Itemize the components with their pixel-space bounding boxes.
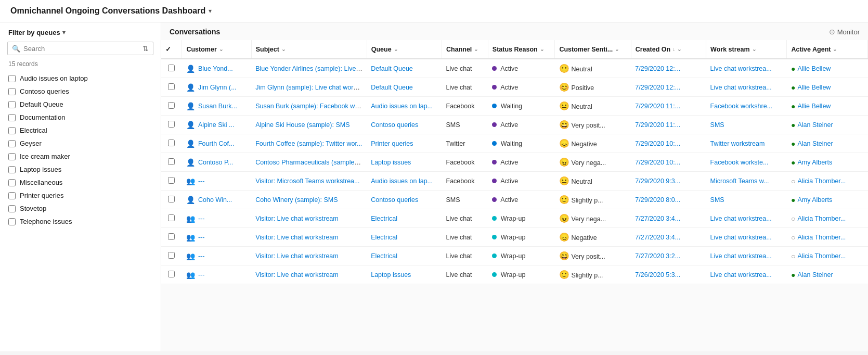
queue-checkbox[interactable]: [8, 205, 16, 212]
queue-link[interactable]: Default Queue: [371, 65, 413, 72]
customer-name[interactable]: Susan Burk...: [198, 103, 237, 110]
title-chevron-icon[interactable]: ▾: [209, 7, 212, 15]
workstream-link[interactable]: Twitter workstream: [710, 140, 765, 147]
customer-name[interactable]: Jim Glynn (...: [198, 84, 237, 91]
subject-link[interactable]: Visitor: Microsoft Teams workstrea...: [255, 178, 359, 185]
queue-link[interactable]: Contoso queries: [371, 121, 418, 129]
agent-name[interactable]: Allie Bellew: [797, 84, 831, 91]
th-workstream[interactable]: Work stream ⌄: [706, 40, 787, 59]
queue-checkbox[interactable]: [8, 166, 16, 173]
queue-checkbox[interactable]: [8, 114, 16, 121]
workstream-link[interactable]: Microsoft Teams w...: [710, 178, 769, 185]
th-customer[interactable]: Customer ⌄: [182, 40, 251, 59]
queue-link[interactable]: Printer queries: [371, 140, 413, 147]
workstream-link[interactable]: Live chat workstrea...: [710, 215, 772, 222]
queue-link[interactable]: Electrical: [371, 234, 397, 241]
subject-link[interactable]: Blue Yonder Airlines (sample): Live c...: [255, 65, 366, 72]
workstream-link[interactable]: Facebook workste...: [710, 159, 769, 166]
subject-link[interactable]: Visitor: Live chat workstream: [255, 234, 339, 241]
queue-link[interactable]: Laptop issues: [371, 159, 411, 166]
agent-name[interactable]: Allie Bellew: [797, 103, 831, 110]
queue-link[interactable]: Audio issues on lap...: [371, 178, 433, 185]
customer-name[interactable]: Alpine Ski ...: [198, 121, 234, 129]
row-checkbox[interactable]: [168, 233, 175, 240]
row-checkbox[interactable]: [168, 65, 175, 71]
agent-name[interactable]: Alicia Thomber...: [797, 215, 846, 222]
customer-name[interactable]: ---: [198, 271, 205, 278]
subject-link[interactable]: Visitor: Live chat workstream: [255, 271, 339, 278]
queue-item[interactable]: Contoso queries: [8, 85, 152, 98]
agent-name[interactable]: Alicia Thomber...: [797, 252, 846, 260]
queue-checkbox[interactable]: [8, 218, 16, 225]
workstream-link[interactable]: Live chat workstrea...: [710, 84, 772, 91]
row-checkbox[interactable]: [168, 214, 175, 221]
customer-name[interactable]: Fourth Cof...: [198, 140, 234, 147]
customer-name[interactable]: ---: [198, 252, 205, 260]
agent-name[interactable]: Amy Alberts: [797, 159, 832, 166]
queue-item[interactable]: Stovetop: [8, 202, 152, 215]
th-queue[interactable]: Queue ⌄: [367, 40, 442, 59]
row-checkbox[interactable]: [168, 158, 175, 165]
customer-name[interactable]: Coho Win...: [198, 196, 232, 204]
agent-name[interactable]: Alicia Thomber...: [797, 178, 846, 185]
row-checkbox[interactable]: [168, 102, 175, 109]
workstream-link[interactable]: SMS: [710, 121, 724, 129]
queue-item[interactable]: Default Queue: [8, 98, 152, 111]
th-customer-sentiment[interactable]: Customer Senti... ⌄: [555, 40, 631, 59]
agent-name[interactable]: Alan Steiner: [797, 140, 833, 147]
queue-item[interactable]: Laptop issues: [8, 163, 152, 176]
customer-name[interactable]: ---: [198, 215, 205, 222]
createdon-link[interactable]: 7/29/2020 9:3...: [635, 178, 680, 185]
createdon-link[interactable]: 7/29/2020 12:...: [635, 84, 680, 91]
customer-name[interactable]: ---: [198, 234, 205, 241]
agent-name[interactable]: Amy Alberts: [797, 196, 832, 204]
subject-link[interactable]: Visitor: Live chat workstream: [255, 252, 339, 260]
th-subject[interactable]: Subject ⌄: [251, 40, 367, 59]
queue-checkbox[interactable]: [8, 179, 16, 186]
queue-link[interactable]: Audio issues on lap...: [371, 103, 433, 110]
agent-name[interactable]: Alan Steiner: [797, 121, 833, 129]
workstream-link[interactable]: SMS: [710, 196, 724, 204]
agent-name[interactable]: Allie Bellew: [797, 65, 831, 72]
agent-name[interactable]: Alan Steiner: [797, 271, 833, 278]
row-checkbox[interactable]: [168, 140, 175, 146]
queue-item[interactable]: Geyser: [8, 137, 152, 150]
queue-link[interactable]: Electrical: [371, 215, 397, 222]
workstream-link[interactable]: Facebook workshre...: [710, 103, 773, 110]
workstream-link[interactable]: Live chat workstrea...: [710, 65, 772, 72]
createdon-link[interactable]: 7/29/2020 11:...: [635, 121, 680, 129]
agent-name[interactable]: Alicia Thomber...: [797, 234, 846, 241]
createdon-link[interactable]: 7/27/2020 3:4...: [635, 234, 680, 241]
workstream-link[interactable]: Live chat workstrea...: [710, 234, 772, 241]
queue-link[interactable]: Laptop issues: [371, 271, 411, 278]
filter-header[interactable]: Filter by queues ▾: [0, 29, 161, 42]
queue-checkbox[interactable]: [8, 101, 16, 108]
queue-checkbox[interactable]: [8, 153, 16, 160]
createdon-link[interactable]: 7/29/2020 10:...: [635, 140, 680, 147]
customer-name[interactable]: ---: [198, 178, 205, 185]
subject-link[interactable]: Susan Burk (sample): Facebook wor...: [255, 103, 366, 110]
workstream-link[interactable]: Live chat workstrea...: [710, 271, 772, 278]
th-channel[interactable]: Channel ⌄: [442, 40, 488, 59]
queue-checkbox[interactable]: [8, 127, 16, 134]
queue-link[interactable]: Contoso queries: [371, 196, 418, 204]
createdon-link[interactable]: 7/26/2020 5:3...: [635, 271, 680, 278]
queue-link[interactable]: Electrical: [371, 252, 397, 260]
subject-link[interactable]: Jim Glynn (sample): Live chat works...: [255, 84, 365, 91]
search-input[interactable]: [23, 45, 139, 53]
queue-item[interactable]: Telephone issues: [8, 215, 152, 228]
customer-name[interactable]: Contoso P...: [198, 159, 233, 166]
th-status-reason[interactable]: Status Reason ⌄: [488, 40, 555, 59]
queue-item[interactable]: Electrical: [8, 124, 152, 137]
row-checkbox[interactable]: [168, 252, 175, 259]
subject-link[interactable]: Alpine Ski House (sample): SMS: [255, 121, 349, 129]
queue-checkbox[interactable]: [8, 140, 16, 147]
customer-name[interactable]: Blue Yond...: [198, 65, 233, 72]
queue-item[interactable]: Ice cream maker: [8, 150, 152, 163]
queue-checkbox[interactable]: [8, 192, 16, 199]
createdon-link[interactable]: 7/29/2020 11:...: [635, 103, 680, 110]
createdon-link[interactable]: 7/27/2020 3:4...: [635, 215, 680, 222]
sort-icon[interactable]: ⇅: [142, 44, 149, 53]
createdon-link[interactable]: 7/29/2020 12:...: [635, 65, 680, 72]
queue-link[interactable]: Default Queue: [371, 84, 413, 91]
